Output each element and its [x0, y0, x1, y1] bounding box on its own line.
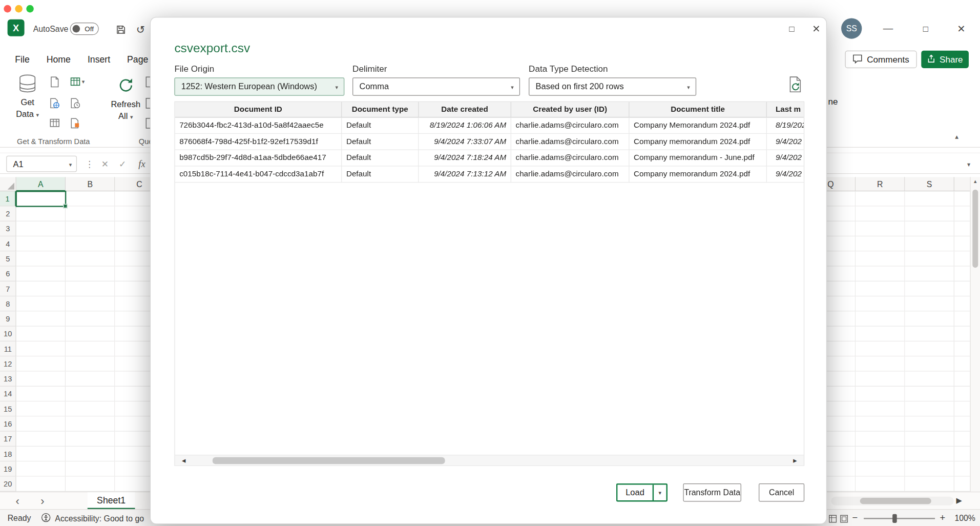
cell-A20[interactable]	[16, 477, 66, 492]
insert-function-icon[interactable]: fx	[134, 153, 150, 174]
cell-T17[interactable]	[954, 432, 970, 447]
cell-B18[interactable]	[66, 447, 115, 461]
cell-B1[interactable]	[66, 191, 115, 206]
cell-R15[interactable]	[856, 401, 905, 416]
cell-R7[interactable]	[856, 281, 905, 296]
zoom-out-icon[interactable]: −	[850, 512, 860, 523]
cell-A6[interactable]	[16, 267, 66, 281]
cell-B11[interactable]	[66, 341, 115, 356]
comments-button[interactable]: Comments	[845, 51, 916, 68]
cell-T19[interactable]	[954, 461, 970, 476]
cell-A5[interactable]	[16, 251, 66, 266]
cell-T7[interactable]	[954, 281, 970, 296]
cell-S4[interactable]	[905, 236, 954, 251]
row-header-6[interactable]: 6	[0, 267, 16, 281]
column-header-R[interactable]: R	[856, 177, 905, 191]
cell-S20[interactable]	[905, 477, 954, 492]
horizontal-scrollbar-thumb[interactable]	[860, 498, 931, 504]
cell-S15[interactable]	[905, 401, 954, 416]
cell-B16[interactable]	[66, 417, 115, 432]
cell-B2[interactable]	[66, 207, 115, 221]
sheet-tab-sheet1[interactable]: Sheet1	[88, 492, 135, 510]
cell-R3[interactable]	[856, 221, 905, 236]
cell-A7[interactable]	[16, 281, 66, 296]
cell-B7[interactable]	[66, 281, 115, 296]
file-origin-select[interactable]: 1252: Western European (Windows) ▾	[174, 77, 344, 95]
cell-S14[interactable]	[905, 387, 954, 401]
cell-S17[interactable]	[905, 432, 954, 447]
cell-R8[interactable]	[856, 296, 905, 311]
recent-sources-icon[interactable]	[70, 97, 81, 109]
cell-T16[interactable]	[954, 417, 970, 432]
transform-data-button[interactable]: Transform Data	[683, 483, 741, 501]
cell-R6[interactable]	[856, 267, 905, 281]
cell-R13[interactable]	[856, 372, 905, 387]
from-web-icon[interactable]	[49, 97, 60, 109]
cell-R2[interactable]	[856, 207, 905, 221]
load-dropdown-button[interactable]: ▾	[653, 485, 666, 501]
row-header-16[interactable]: 16	[0, 417, 16, 432]
cell-T10[interactable]	[954, 327, 970, 341]
cell-S2[interactable]	[905, 207, 954, 221]
column-header-A[interactable]: A	[16, 177, 66, 191]
cell-B12[interactable]	[66, 356, 115, 371]
cell-S6[interactable]	[905, 267, 954, 281]
cell-S19[interactable]	[905, 461, 954, 476]
scroll-right-icon[interactable]: ▸	[786, 456, 804, 464]
from-range-icon[interactable]	[49, 117, 60, 129]
row-header-18[interactable]: 18	[0, 447, 16, 461]
cell-A4[interactable]	[16, 236, 66, 251]
refresh-all-button[interactable]: Refresh All ▾	[108, 73, 144, 124]
cell-S3[interactable]	[905, 221, 954, 236]
cell-A15[interactable]	[16, 401, 66, 416]
cell-R9[interactable]	[856, 312, 905, 327]
cell-A10[interactable]	[16, 327, 66, 341]
get-data-button[interactable]: Get Data ▾	[9, 73, 46, 122]
macos-zoom-button[interactable]	[26, 5, 34, 13]
dialog-close-icon[interactable]: ✕	[808, 21, 824, 37]
accessibility-status[interactable]: Accessibility: Good to go	[41, 513, 144, 524]
row-header-1[interactable]: 1	[0, 191, 16, 206]
cell-S9[interactable]	[905, 312, 954, 327]
macos-close-button[interactable]	[4, 5, 11, 13]
cell-S18[interactable]	[905, 447, 954, 461]
data-type-detection-select[interactable]: Based on first 200 rows ▾	[529, 77, 696, 95]
cell-B20[interactable]	[66, 477, 115, 492]
cell-S16[interactable]	[905, 417, 954, 432]
column-header-S[interactable]: S	[905, 177, 954, 191]
from-text-csv-icon[interactable]	[49, 76, 60, 88]
cell-T3[interactable]	[954, 221, 970, 236]
cell-B6[interactable]	[66, 267, 115, 281]
cell-R1[interactable]	[856, 191, 905, 206]
column-header-B[interactable]: B	[66, 177, 115, 191]
expand-formula-bar-icon[interactable]: ▾	[961, 153, 976, 174]
cell-A1[interactable]	[16, 191, 66, 206]
cell-T12[interactable]	[954, 356, 970, 371]
cell-S13[interactable]	[905, 372, 954, 387]
column-header-T[interactable]: T	[954, 177, 970, 191]
horizontal-scrollbar[interactable]	[831, 497, 954, 505]
autosave-toggle[interactable]: Off	[70, 23, 99, 35]
row-header-17[interactable]: 17	[0, 432, 16, 447]
row-header-7[interactable]: 7	[0, 281, 16, 296]
window-minimize-button[interactable]: —	[880, 21, 896, 36]
cell-T13[interactable]	[954, 372, 970, 387]
normal-view-icon[interactable]	[829, 514, 837, 522]
cell-R17[interactable]	[856, 432, 905, 447]
cell-A17[interactable]	[16, 432, 66, 447]
cell-A3[interactable]	[16, 221, 66, 236]
cell-T6[interactable]	[954, 267, 970, 281]
scroll-right-icon[interactable]: ▶	[956, 496, 962, 504]
cell-T14[interactable]	[954, 387, 970, 401]
row-header-19[interactable]: 19	[0, 461, 16, 476]
cell-R18[interactable]	[856, 447, 905, 461]
row-header-20[interactable]: 20	[0, 477, 16, 492]
cell-B10[interactable]	[66, 327, 115, 341]
cell-B9[interactable]	[66, 312, 115, 327]
cell-R5[interactable]	[856, 251, 905, 266]
cell-S10[interactable]	[905, 327, 954, 341]
menu-tab-file[interactable]: File	[15, 54, 30, 65]
window-close-button[interactable]: ✕	[953, 21, 970, 36]
dialog-maximize-icon[interactable]: □	[784, 21, 800, 37]
menu-tab-home[interactable]: Home	[47, 54, 71, 65]
